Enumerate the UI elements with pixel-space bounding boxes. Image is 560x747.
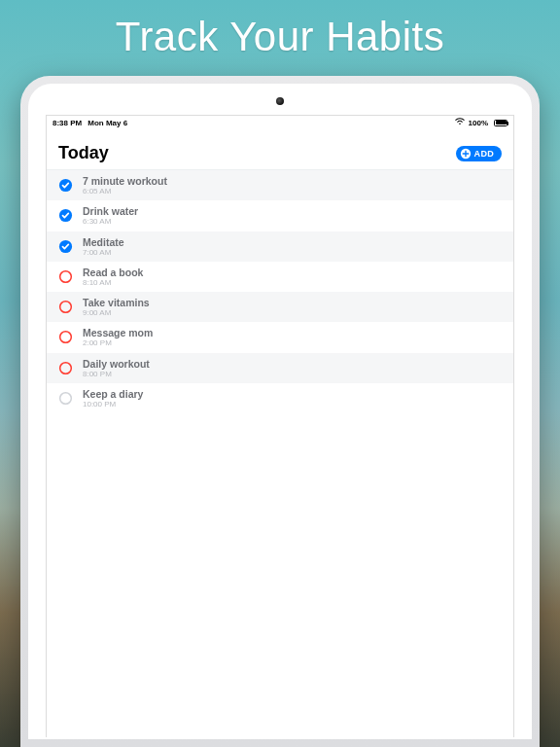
battery-icon: [492, 120, 508, 126]
habit-text: Drink water6:30 AM: [83, 205, 138, 226]
svg-point-6: [60, 332, 72, 343]
screen: 8:38 PM Mon May 6 100%: [46, 115, 514, 737]
checkmark-filled-icon[interactable]: [58, 178, 73, 193]
habit-list: 7 minute workout6:05 AMDrink water6:30 A…: [47, 169, 513, 413]
habit-title: Keep a diary: [83, 388, 143, 400]
habit-time: 9:00 AM: [83, 308, 150, 317]
circle-outline-icon[interactable]: [58, 330, 73, 344]
habit-time: 6:05 AM: [83, 187, 167, 196]
habit-time: 7:00 AM: [83, 248, 124, 257]
camera-dot: [276, 97, 284, 105]
add-button-label: ADD: [474, 149, 494, 159]
habit-row[interactable]: Keep a diary10:00 PM: [47, 383, 513, 413]
habit-text: Keep a diary10:00 PM: [83, 388, 143, 409]
habit-time: 8:10 AM: [83, 278, 143, 287]
habit-row[interactable]: 7 minute workout6:05 AM: [47, 170, 513, 200]
marketing-headline: Track Your Habits: [0, 0, 560, 76]
habit-title: 7 minute workout: [83, 175, 167, 187]
habit-text: 7 minute workout6:05 AM: [83, 175, 167, 196]
habit-text: Daily workout8:00 PM: [83, 358, 150, 378]
habit-title: Message mom: [83, 327, 153, 338]
status-bar: 8:38 PM Mon May 6 100%: [47, 116, 513, 129]
statusbar-battery-pct: 100%: [469, 119, 488, 127]
habit-title: Drink water: [83, 205, 138, 217]
habit-row[interactable]: Take vitamins9:00 AM: [47, 292, 513, 322]
habit-time: 6:30 AM: [83, 217, 138, 226]
checkmark-filled-icon[interactable]: [58, 239, 73, 254]
checkmark-filled-icon[interactable]: [58, 208, 73, 223]
tablet-frame: 8:38 PM Mon May 6 100%: [20, 76, 540, 747]
circle-outline-icon[interactable]: [58, 361, 73, 375]
habit-time: 10:00 PM: [83, 400, 143, 409]
habit-row[interactable]: Daily workout8:00 PM: [47, 353, 513, 383]
habit-row[interactable]: Read a book8:10 AM: [47, 262, 513, 292]
tablet-bezel: 8:38 PM Mon May 6 100%: [28, 84, 532, 739]
habit-title: Daily workout: [83, 358, 150, 370]
circle-outline-icon[interactable]: [58, 269, 73, 284]
habit-text: Message mom2:00 PM: [83, 327, 153, 347]
habit-text: Read a book8:10 AM: [83, 267, 143, 287]
statusbar-date: Mon May 6: [88, 119, 127, 127]
svg-point-5: [60, 302, 72, 313]
habit-text: Meditate7:00 AM: [83, 236, 124, 257]
circle-outline-disabled-icon[interactable]: [58, 391, 73, 406]
habit-row[interactable]: Drink water6:30 AM: [47, 200, 513, 231]
add-habit-button[interactable]: ADD: [456, 146, 502, 161]
svg-point-7: [60, 362, 72, 374]
statusbar-time: 8:38 PM: [52, 119, 82, 127]
habit-title: Meditate: [83, 236, 124, 248]
app-body: Today ADD 7 minute workout6:05 AMDrink w…: [47, 129, 513, 737]
wifi-icon: [455, 118, 465, 127]
app-header: Today ADD: [47, 129, 513, 169]
habit-row[interactable]: Meditate7:00 AM: [47, 231, 513, 262]
svg-point-4: [60, 271, 72, 283]
habit-time: 8:00 PM: [83, 370, 150, 378]
habit-text: Take vitamins9:00 AM: [83, 297, 150, 317]
page-title: Today: [58, 143, 109, 163]
promo-background: Track Your Habits 8:38 PM Mon May 6 100%: [0, 0, 560, 747]
svg-point-8: [60, 393, 72, 405]
habit-title: Read a book: [83, 267, 143, 278]
habit-title: Take vitamins: [83, 297, 150, 308]
habit-row[interactable]: Message mom2:00 PM: [47, 322, 513, 352]
habit-time: 2:00 PM: [83, 338, 153, 347]
plus-icon: [460, 148, 472, 160]
circle-outline-icon[interactable]: [58, 300, 73, 314]
